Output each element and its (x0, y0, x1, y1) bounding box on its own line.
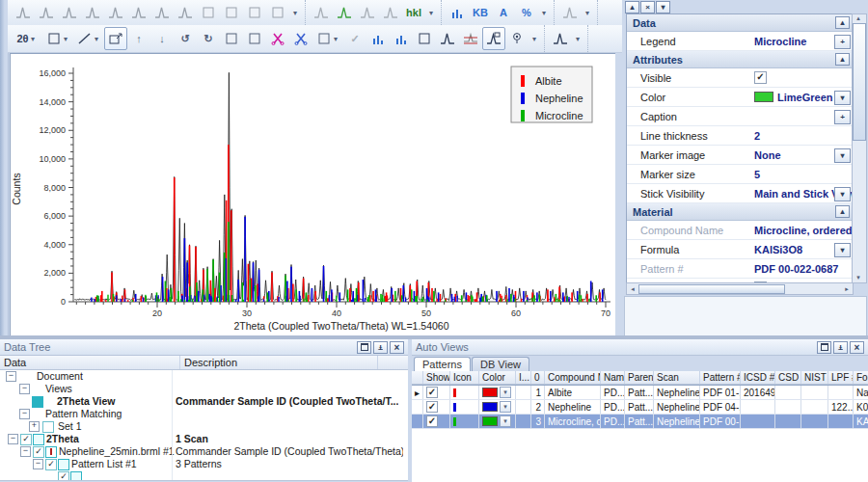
close-panel-button[interactable]: × (640, 1, 655, 13)
collapse-node-icon[interactable]: − (8, 434, 18, 444)
add-annotation-icon[interactable] (220, 1, 243, 24)
remove-annotation-icon[interactable] (243, 1, 266, 24)
group-header-attributes[interactable]: Attributes▴ (627, 51, 853, 68)
add-button[interactable]: + (834, 110, 851, 124)
column-header-csd-[interactable]: CSD # (775, 371, 801, 384)
maximize-button[interactable] (817, 341, 831, 354)
copy-range-icon[interactable] (220, 27, 243, 50)
tree-row[interactable]: −Pattern Matching (0, 408, 408, 420)
tree-row[interactable]: −Document (0, 370, 408, 383)
scroll-down-icon[interactable]: ▾ (853, 274, 864, 281)
column-header-lpf-[interactable]: LPF # (828, 371, 854, 384)
tree-checkbox-on[interactable]: ✓ (33, 446, 44, 458)
tree-node-label[interactable]: Views (45, 383, 72, 395)
redo-icon[interactable]: ↻ (197, 27, 220, 50)
collapse-node-icon[interactable]: − (20, 446, 31, 457)
column-header-row-selector[interactable] (412, 371, 423, 384)
axis-mode-2theta-icon[interactable]: 2θ▾ (12, 27, 42, 50)
stick-view-icon[interactable] (482, 27, 505, 50)
column-header-form[interactable]: Form (854, 371, 868, 384)
group-header-material[interactable]: Material▴ (627, 203, 853, 221)
show-checkbox-checked[interactable]: ✓ (426, 401, 438, 413)
collapse-node-icon[interactable]: − (19, 384, 30, 394)
pin-button[interactable]: Ŧ (373, 341, 388, 354)
scale-icon[interactable] (174, 1, 197, 24)
tree-row[interactable]: −✓2Theta1 Scan (0, 433, 408, 445)
search-peaks-icon[interactable] (310, 1, 333, 24)
hkl-icon[interactable]: hkl (402, 1, 425, 24)
column-header-description[interactable]: Description (180, 356, 378, 369)
column-header-icon[interactable]: Icon (450, 371, 479, 384)
displacement-icon[interactable] (150, 1, 174, 24)
zoom-out-icon[interactable]: ↓ (150, 27, 174, 50)
tab-db-view[interactable]: DB View (472, 357, 529, 371)
checkbox-checked[interactable]: ✓ (754, 71, 767, 84)
pin-button[interactable]: Ŧ (833, 341, 848, 354)
shift-right-icon[interactable] (127, 1, 150, 24)
zoom-box-icon[interactable] (104, 27, 127, 50)
toolbar-overflow-icon[interactable]: ▾ (289, 1, 301, 24)
match-list-icon[interactable] (356, 1, 379, 24)
background-icon[interactable] (81, 1, 104, 24)
close-button[interactable]: × (390, 341, 404, 354)
collapse-node-icon[interactable]: − (19, 409, 30, 419)
absolute-scale-icon[interactable]: A (492, 1, 515, 24)
kalpha2-strip-icon[interactable] (12, 1, 35, 24)
color-dropdown-icon[interactable]: ▾ (500, 387, 511, 398)
tree-node-label[interactable]: Document (37, 370, 83, 383)
toolbar-overflow-icon[interactable]: ▾ (572, 27, 583, 50)
maximize-button[interactable] (357, 341, 371, 354)
vertical-splitter[interactable] (615, 53, 622, 335)
column-header-parent[interactable]: Parent (625, 371, 654, 384)
kbeta-icon[interactable]: KB (469, 1, 492, 24)
toolbar-overflow-icon[interactable]: ▾ (425, 1, 437, 24)
tab-patterns[interactable]: Patterns (414, 357, 471, 371)
property-grid-vscrollbar[interactable]: ▴▾ (852, 13, 867, 283)
expand-node-icon[interactable]: + (29, 421, 40, 432)
sticks-shift-icon[interactable] (446, 1, 469, 24)
column-header-i-[interactable]: I... (516, 371, 531, 384)
column-header-compound-name[interactable]: Compound Name (545, 371, 601, 384)
add-button[interactable]: + (834, 35, 851, 49)
scan-view-icon[interactable] (436, 27, 459, 50)
tree-checkbox-on[interactable]: ✓ (45, 459, 57, 470)
pattern-row[interactable]: ✓▾2NephelinePD...Patt...Nepheline_...PDF… (412, 400, 868, 415)
column-header-show[interactable]: Show (423, 371, 450, 384)
percent-scale-icon[interactable]: % (515, 1, 538, 24)
view-tool-icon[interactable] (558, 1, 582, 24)
undo-icon[interactable]: ↺ (174, 27, 197, 50)
validate-icon[interactable]: ✓ (343, 27, 366, 50)
column-header-0[interactable]: 0 (531, 371, 545, 384)
color-dropdown-icon[interactable]: ▾ (500, 415, 511, 427)
scroll-right-icon[interactable]: ▸ (841, 285, 853, 293)
scroll-up-icon[interactable]: ▴ (853, 14, 864, 22)
tree-row[interactable]: ✓ (0, 470, 408, 481)
tree-row[interactable]: 2Theta ViewCommander Sample ID (Coupled … (0, 395, 408, 408)
group-header-data[interactable]: Data▴ (627, 14, 853, 32)
column-header-color[interactable]: Color (479, 371, 516, 384)
axes-tool-icon[interactable] (549, 27, 572, 50)
collapse-panel-button[interactable]: ▴ (625, 1, 639, 13)
collapse-group-button[interactable]: ▴ (835, 16, 850, 29)
property-value[interactable]: 5 (754, 169, 853, 180)
paste-range-icon[interactable] (243, 27, 266, 50)
copy-document-icon[interactable]: ▾ (312, 27, 343, 50)
toolbar-overflow-icon[interactable]: ▾ (538, 1, 550, 24)
pattern-row[interactable]: ✓▾3Microcline, ord...PD...Patt...Nepheli… (412, 415, 868, 429)
visibility-icon[interactable] (505, 27, 529, 50)
tree-node-label[interactable]: Nepheline_25min.brml #1 (59, 445, 175, 458)
shift-left-icon[interactable] (104, 1, 127, 24)
peak-list-icon[interactable] (390, 27, 413, 50)
column-header-data[interactable]: Data (0, 356, 180, 369)
collapse-node-icon[interactable]: − (33, 459, 43, 469)
dropdown-button[interactable]: ▾ (834, 243, 851, 257)
peak-marks-icon[interactable] (366, 27, 390, 50)
tree-node-label[interactable]: 2Theta (46, 433, 79, 445)
tree-row[interactable]: +Set 1 (0, 420, 408, 433)
search-scan-icon[interactable] (379, 1, 402, 24)
scroll-thumb[interactable] (638, 284, 785, 294)
property-value[interactable]: PDF 00-022-0687 (754, 263, 853, 275)
slope-tool-icon[interactable]: ▾ (73, 27, 104, 50)
close-button[interactable]: × (850, 341, 864, 354)
restore-peaks-icon[interactable] (289, 27, 312, 50)
